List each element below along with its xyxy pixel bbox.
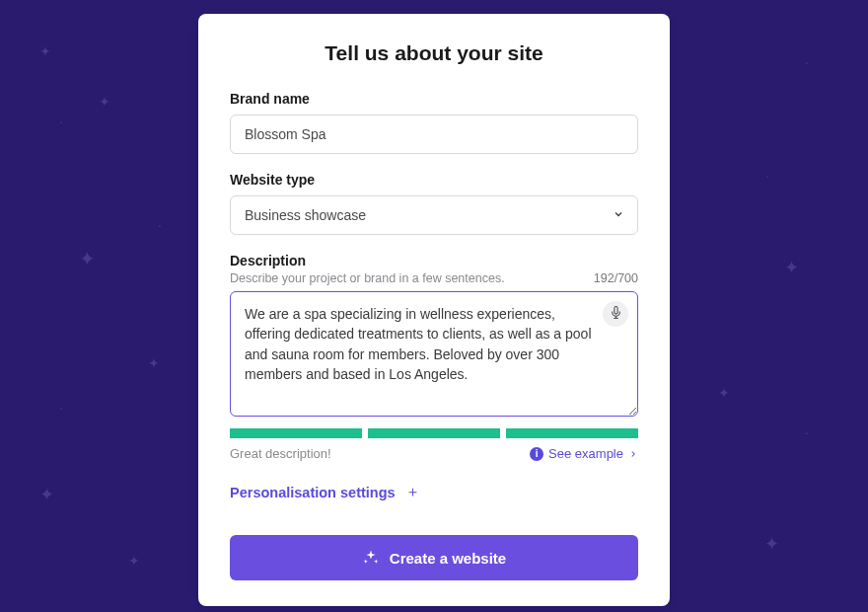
- brand-name-input[interactable]: [230, 115, 638, 154]
- info-icon: i: [530, 447, 543, 461]
- personalisation-toggle[interactable]: Personalisation settings ＋: [230, 483, 638, 501]
- website-type-group: Website type Business showcase: [230, 172, 638, 235]
- brand-name-group: Brand name: [230, 91, 638, 154]
- description-feedback: Great description!: [230, 446, 331, 461]
- strength-segment: [230, 428, 362, 438]
- website-type-label: Website type: [230, 172, 638, 188]
- microphone-button[interactable]: [603, 301, 628, 327]
- description-textarea[interactable]: [230, 291, 638, 417]
- description-label: Description: [230, 253, 638, 268]
- brand-name-label: Brand name: [230, 91, 638, 107]
- description-strength-meter: [230, 428, 638, 438]
- char-count: 192/700: [594, 271, 638, 285]
- create-button-label: Create a website: [390, 550, 506, 567]
- chevron-right-icon: [628, 449, 638, 459]
- sparkles-icon: [362, 549, 380, 567]
- create-website-button[interactable]: Create a website: [230, 535, 638, 580]
- description-hint: Describe your project or brand in a few …: [230, 271, 505, 285]
- strength-segment: [506, 428, 638, 438]
- strength-segment: [368, 428, 500, 438]
- description-group: Description Describe your project or bra…: [230, 253, 638, 461]
- plus-icon: ＋: [405, 483, 420, 501]
- see-example-link[interactable]: i See example: [530, 446, 638, 461]
- website-type-select[interactable]: Business showcase: [230, 195, 638, 235]
- onboarding-card: Tell us about your site Brand name Websi…: [198, 14, 670, 606]
- see-example-label: See example: [548, 446, 623, 461]
- microphone-icon: [610, 305, 622, 323]
- personalisation-label: Personalisation settings: [230, 485, 396, 500]
- page-title: Tell us about your site: [230, 41, 638, 65]
